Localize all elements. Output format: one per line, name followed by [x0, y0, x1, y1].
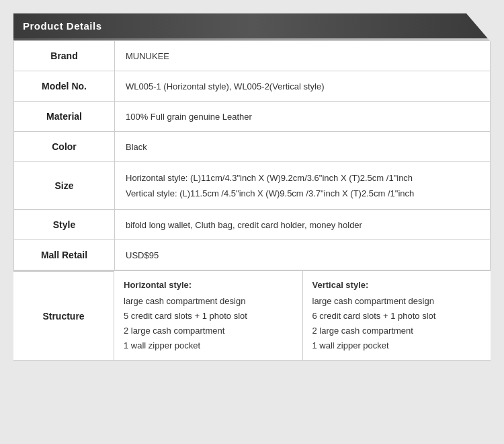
table-row: BrandMUNUKEE — [14, 41, 491, 71]
product-details-card: Product Details BrandMUNUKEEModel No.WL0… — [13, 13, 491, 361]
row-value: 100% Full grain genuine Leather — [115, 102, 491, 132]
horizontal-title: Horizontal style: — [124, 278, 293, 293]
table-row: Material100% Full grain genuine Leather — [14, 102, 491, 132]
row-value: Black — [115, 132, 491, 162]
vertical-title: Vertical style: — [312, 278, 482, 293]
row-label: Material — [14, 102, 115, 132]
structure-line: large cash compartment design — [124, 294, 293, 309]
product-table: BrandMUNUKEEModel No.WL005-1 (Horizontal… — [13, 40, 491, 270]
structure-line: 5 credit card slots + 1 photo slot — [124, 309, 293, 324]
structure-line: 6 credit card slots + 1 photo slot — [312, 309, 482, 324]
structure-label: Structure — [13, 271, 114, 360]
row-label: Brand — [14, 41, 115, 71]
structure-line: 2 large cash compartment — [312, 324, 482, 338]
structure-vertical: Vertical style: large cash compartment d… — [303, 271, 491, 360]
table-row: Stylebifold long wallet, Cluth bag, cred… — [14, 210, 491, 240]
structure-line: large cash compartment design — [312, 294, 482, 309]
row-value: WL005-1 (Horizontal style), WL005-2(Vert… — [115, 71, 491, 102]
structure-row: Structure Horizontal style: large cash c… — [13, 270, 491, 361]
row-label: Style — [14, 210, 115, 240]
table-row: SizeHorizontal style: (L)11cm/4.3"inch X… — [14, 162, 491, 210]
table-row: Mall RetailUSD$95 — [14, 240, 491, 270]
structure-inner: Horizontal style: large cash compartment… — [114, 271, 491, 360]
structure-content: Horizontal style: large cash compartment… — [114, 271, 491, 360]
row-label: Size — [14, 162, 115, 210]
structure-line: 1 wall zipper pocket — [312, 338, 482, 353]
table-row: ColorBlack — [14, 132, 491, 162]
table-row: Model No.WL005-1 (Horizontal style), WL0… — [14, 71, 491, 102]
row-label: Mall Retail — [14, 240, 115, 270]
row-label: Model No. — [14, 71, 115, 102]
structure-line: 2 large cash compartment — [124, 324, 293, 338]
size-line: Horizontal style: (L)11cm/4.3"inch X (W)… — [126, 170, 479, 186]
structure-horizontal: Horizontal style: large cash compartment… — [114, 271, 303, 360]
row-value: Horizontal style: (L)11cm/4.3"inch X (W)… — [115, 162, 491, 210]
size-line: Vertical style: (L)11.5cm /4.5"inch X (W… — [126, 186, 479, 201]
row-value: bifold long wallet, Cluth bag, credit ca… — [115, 210, 491, 240]
header-title: Product Details — [23, 20, 102, 32]
row-value: USD$95 — [115, 240, 491, 270]
header-bar: Product Details — [13, 13, 491, 38]
row-label: Color — [14, 132, 115, 162]
row-value: MUNUKEE — [115, 41, 491, 71]
structure-line: 1 wall zipper pocket — [124, 338, 293, 353]
